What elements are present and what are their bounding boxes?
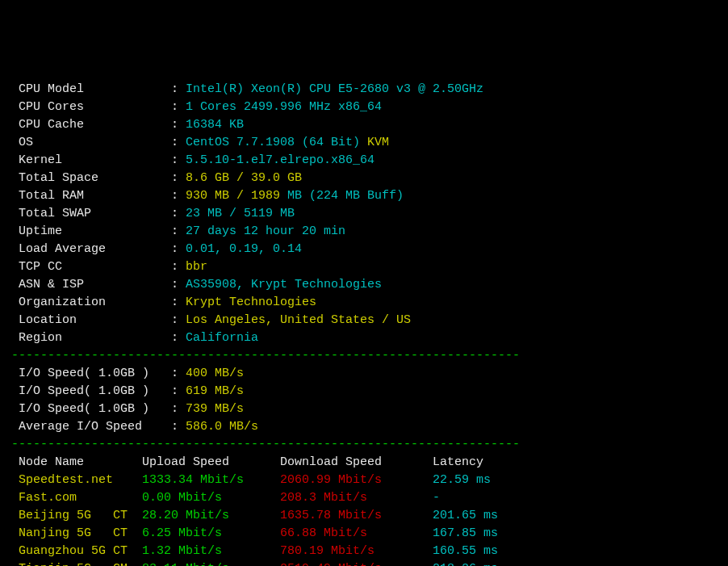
sysinfo-label: Load Average — [11, 242, 171, 256]
sysinfo-value: 23 MB / 5119 MB — [186, 207, 295, 220]
speed-download: 2519.49 Mbit/s — [280, 562, 433, 566]
colon: : — [171, 136, 186, 149]
speed-node: Nanjing 5G CT — [11, 526, 142, 540]
speed-upload: 1333.34 Mbit/s — [142, 473, 280, 487]
io-value: 586.0 MB/s — [186, 420, 258, 434]
speed-header: Node Name Upload Speed Download Speed La… — [11, 454, 717, 472]
speed-download: 208.3 Mbit/s — [280, 491, 433, 505]
io-row: Average I/O Speed : 586.0 MB/s — [11, 418, 717, 436]
speed-row: Fast.com 0.00 Mbit/s 208.3 Mbit/s - — [11, 489, 717, 507]
sysinfo-value: 0.01, 0.19, 0.14 — [186, 242, 302, 256]
sysinfo-value: CentOS 7.7.1908 (64 Bit) — [186, 136, 360, 149]
sysinfo-value: 930 MB / 1989 — [186, 189, 280, 203]
speed-upload: 0.00 Mbit/s — [142, 491, 280, 505]
sysinfo-row: CPU Cache : 16384 KB — [11, 116, 717, 134]
speed-latency: 22.59 ms — [433, 473, 491, 487]
speed-header-lat: Latency — [433, 455, 483, 469]
sysinfo-value: 16384 KB — [186, 118, 244, 132]
sysinfo-label: ASN & ISP — [11, 278, 171, 291]
sysinfo-label: OS — [11, 136, 171, 149]
sysinfo-label: Total SWAP — [11, 207, 171, 220]
speed-node: Beijing 5G CT — [11, 509, 142, 522]
speed-latency: 167.85 ms — [433, 526, 498, 540]
speed-download: 780.19 Mbit/s — [280, 544, 433, 558]
io-value: 619 MB/s — [186, 384, 244, 398]
colon: : — [171, 278, 186, 291]
io-row: I/O Speed( 1.0GB ) : 400 MB/s — [11, 365, 717, 383]
colon: : — [171, 153, 186, 167]
speed-header-down: Download Speed — [280, 455, 433, 469]
colon: : — [171, 260, 186, 274]
speed-node: Tianjin 5G CM — [11, 562, 142, 566]
speed-node: Speedtest.net — [11, 473, 142, 487]
io-label: Average I/O Speed — [11, 420, 171, 434]
colon: : — [171, 171, 186, 185]
speed-row: Tianjin 5G CM 83.11 Mbit/s 2519.49 Mbit/… — [11, 560, 717, 566]
sysinfo-value: 27 days 12 hour 20 min — [186, 224, 345, 238]
sysinfo-label: Organization — [11, 296, 171, 309]
sysinfo-value: 1 Cores 2499.996 MHz x86_64 — [186, 100, 382, 114]
sysinfo-label: TCP CC — [11, 260, 171, 274]
colon: : — [171, 100, 186, 114]
speed-header-node: Node Name — [11, 455, 142, 469]
speed-node: Fast.com — [11, 491, 142, 505]
sysinfo-row: Load Average : 0.01, 0.19, 0.14 — [11, 241, 717, 258]
sysinfo-row: Total RAM : 930 MB / 1989 MB (224 MB Buf… — [11, 187, 717, 205]
speed-latency: 160.55 ms — [433, 544, 498, 558]
sysinfo-value-extra: KVM — [360, 136, 389, 149]
speed-latency: 201.65 ms — [433, 509, 498, 522]
speed-row: Nanjing 5G CT 6.25 Mbit/s 66.88 Mbit/s 1… — [11, 525, 717, 543]
colon: : — [171, 207, 186, 220]
speed-row: Beijing 5G CT 28.20 Mbit/s 1635.78 Mbit/… — [11, 507, 717, 525]
sysinfo-row: Region : California — [11, 329, 717, 347]
colon: : — [171, 420, 186, 434]
sysinfo-row: Location : Los Angeles, United States / … — [11, 312, 717, 329]
sysinfo-label: Region — [11, 331, 171, 345]
io-label: I/O Speed( 1.0GB ) — [11, 384, 171, 398]
speed-upload: 83.11 Mbit/s — [142, 562, 280, 566]
speed-row: Speedtest.net 1333.34 Mbit/s 2060.99 Mbi… — [11, 472, 717, 489]
sysinfo-value: Los Angeles, United States / US — [186, 313, 411, 327]
sysinfo-row: TCP CC : bbr — [11, 258, 717, 276]
sysinfo-row: Organization : Krypt Technologies — [11, 294, 717, 312]
sysinfo-row: ASN & ISP : AS35908, Krypt Technologies — [11, 276, 717, 294]
colon: : — [171, 189, 186, 203]
sysinfo-label: Total RAM — [11, 189, 171, 203]
sysinfo-value: AS35908, Krypt Technologies — [186, 278, 382, 291]
speed-upload: 1.32 Mbit/s — [142, 544, 280, 558]
colon: : — [171, 367, 186, 380]
io-row: I/O Speed( 1.0GB ) : 739 MB/s — [11, 400, 717, 418]
sysinfo-label: Uptime — [11, 224, 171, 238]
speed-upload: 28.20 Mbit/s — [142, 509, 280, 522]
colon: : — [171, 118, 186, 132]
sysinfo-value: Krypt Technologies — [186, 296, 316, 309]
speed-download: 66.88 Mbit/s — [280, 526, 433, 540]
sysinfo-value: Intel(R) Xeon(R) CPU E5-2680 v3 @ 2.50GH… — [186, 82, 483, 96]
speed-latency: - — [433, 491, 440, 505]
colon: : — [171, 296, 186, 309]
speed-download: 2060.99 Mbit/s — [280, 473, 433, 487]
sysinfo-label: CPU Cores — [11, 100, 171, 114]
colon: : — [171, 384, 186, 398]
sysinfo-row: Uptime : 27 days 12 hour 20 min — [11, 223, 717, 241]
io-label: I/O Speed( 1.0GB ) — [11, 367, 171, 380]
io-value: 400 MB/s — [186, 367, 244, 380]
sysinfo-row: CPU Model : Intel(R) Xeon(R) CPU E5-2680… — [11, 81, 717, 99]
colon: : — [171, 313, 186, 327]
sysinfo-row: Total Space : 8.6 GB / 39.0 GB — [11, 170, 717, 187]
sysinfo-row: CPU Cores : 1 Cores 2499.996 MHz x86_64 — [11, 99, 717, 116]
io-row: I/O Speed( 1.0GB ) : 619 MB/s — [11, 383, 717, 400]
sysinfo-value-extra: MB (224 MB Buff) — [280, 189, 404, 203]
sysinfo-label: CPU Cache — [11, 118, 171, 132]
speed-header-up: Upload Speed — [142, 455, 280, 469]
sysinfo-label: Total Space — [11, 171, 171, 185]
sysinfo-row: OS : CentOS 7.7.1908 (64 Bit) KVM — [11, 134, 717, 152]
sysinfo-value: California — [186, 331, 258, 345]
divider: ----------------------------------------… — [11, 347, 717, 365]
speed-upload: 6.25 Mbit/s — [142, 526, 280, 540]
speed-row: Guangzhou 5G CT 1.32 Mbit/s 780.19 Mbit/… — [11, 543, 717, 560]
io-value: 739 MB/s — [186, 402, 244, 416]
sysinfo-row: Total SWAP : 23 MB / 5119 MB — [11, 205, 717, 223]
sysinfo-label: CPU Model — [11, 82, 171, 96]
sysinfo-label: Location — [11, 313, 171, 327]
